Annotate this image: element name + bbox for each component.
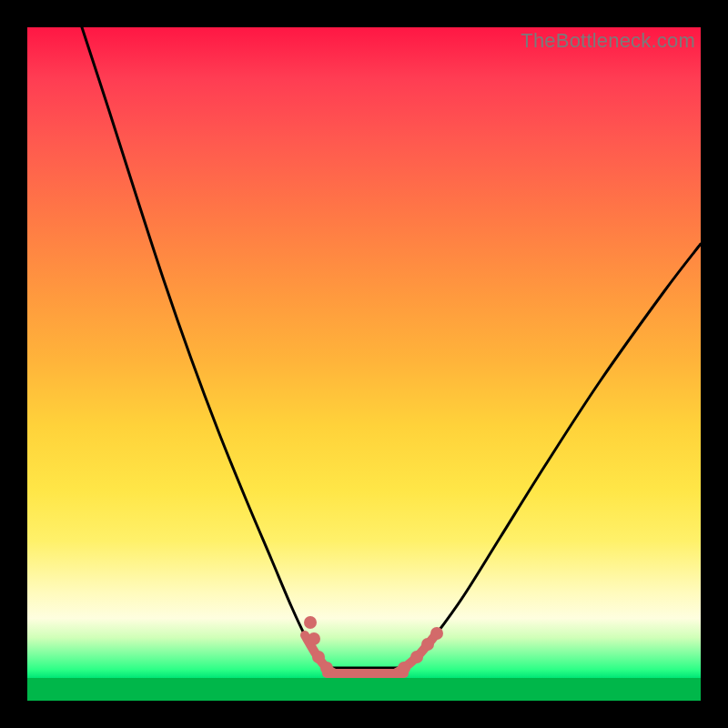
curve-left-curve [82, 27, 327, 668]
accent-dot-2 [312, 651, 325, 663]
plot-frame: TheBottleneck.com [27, 27, 701, 701]
accent-dot-5 [410, 651, 423, 663]
curve-layer [27, 27, 701, 701]
curve-right-curve [404, 244, 701, 668]
accent-dot-1 [308, 632, 320, 645]
accent-dot-7 [430, 627, 443, 640]
accent-dot-4 [398, 662, 410, 674]
accent-dot-3 [320, 662, 333, 674]
accent-dot-0 [304, 616, 317, 629]
accent-dot-6 [421, 638, 434, 651]
